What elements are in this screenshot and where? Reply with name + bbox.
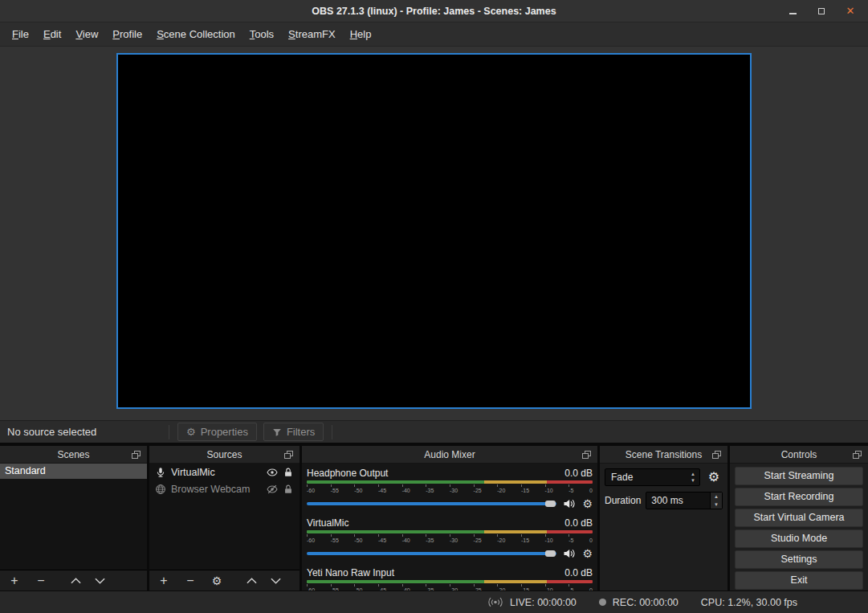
channel-volume-label: 0.0 dB (564, 517, 593, 529)
menu-edit[interactable]: Edit (36, 24, 68, 44)
eye-icon[interactable] (267, 467, 278, 478)
transitions-body: Fade ▲▼ ⚙ Duration 300 ms ▲ ▼ (600, 464, 727, 591)
scene-list: Standard (0, 464, 147, 570)
close-button[interactable]: ✕ (846, 6, 855, 16)
source-move-down-button[interactable] (271, 578, 281, 584)
menu-streamfx[interactable]: StreamFX (281, 24, 343, 44)
funnel-icon (272, 427, 282, 437)
lock-icon[interactable] (283, 484, 294, 495)
exit-button[interactable]: Exit (735, 571, 863, 590)
db-scale: -60-55-50-45-40-35-30-25-20-15-10-50 (307, 537, 593, 544)
transition-select[interactable]: Fade ▲▼ (605, 468, 700, 486)
start-streaming-button[interactable]: Start Streaming (735, 467, 863, 485)
scene-move-down-button[interactable] (95, 578, 105, 584)
properties-label: Properties (201, 426, 248, 438)
gear-icon: ⚙ (186, 427, 196, 437)
live-status: LIVE: 00:00:00 (510, 597, 577, 608)
controls-dock: Controls Start Streaming Start Recording… (730, 446, 868, 591)
transition-selected: Fade (611, 472, 633, 483)
channel-volume-label: 0.0 dB (564, 468, 593, 479)
scenes-header[interactable]: Scenes (0, 446, 147, 464)
start-virtual-camera-button[interactable]: Start Virtual Camera (735, 509, 863, 527)
menu-view[interactable]: View (68, 24, 105, 44)
popout-icon[interactable] (284, 451, 293, 459)
combo-arrows-icon: ▲▼ (691, 471, 695, 484)
filters-label: Filters (287, 426, 315, 438)
duration-up-button[interactable]: ▲ (711, 492, 722, 501)
source-list: VirtualMic Browser Webcam (149, 464, 300, 570)
duration-value: 300 ms (651, 495, 683, 506)
menubar: File Edit View Profile Scene Collection … (0, 22, 868, 47)
add-scene-button[interactable]: + (8, 574, 21, 587)
popout-icon[interactable] (582, 451, 591, 459)
popout-icon[interactable] (712, 451, 721, 459)
sources-header[interactable]: Sources (149, 446, 300, 464)
source-move-up-button[interactable] (247, 578, 257, 584)
source-properties-button[interactable]: ⚙ (210, 574, 223, 587)
add-source-button[interactable]: + (157, 574, 170, 587)
audio-mixer-title: Audio Mixer (424, 449, 475, 460)
mic-icon (155, 467, 166, 478)
menu-file[interactable]: File (5, 24, 36, 44)
scene-item-standard[interactable]: Standard (0, 464, 147, 479)
preview-area (0, 47, 868, 420)
filters-button[interactable]: Filters (263, 423, 324, 441)
sources-toolbar: + − ⚙ (149, 570, 300, 591)
audio-mixer-dock: Audio Mixer Headphone Output 0.0 dB -60-… (302, 446, 597, 591)
menu-profile[interactable]: Profile (105, 24, 149, 44)
menu-tools[interactable]: Tools (242, 24, 281, 44)
volume-slider[interactable] (307, 552, 556, 555)
channel-name: Headphone Output (307, 468, 388, 479)
lock-icon[interactable] (283, 467, 294, 478)
mixer-channel-headphone-output: Headphone Output 0.0 dB -60-55-50-45-40-… (307, 467, 593, 510)
studio-mode-button[interactable]: Studio Mode (735, 529, 863, 548)
controls-header[interactable]: Controls (730, 446, 868, 464)
slider-handle[interactable] (545, 550, 556, 557)
window-title: OBS 27.1.3 (linux) - Profile: James - Sc… (0, 6, 868, 17)
remove-source-button[interactable]: − (184, 574, 197, 587)
duration-input[interactable]: 300 ms ▲ ▼ (646, 492, 723, 509)
eye-slash-icon[interactable] (267, 484, 278, 495)
channel-settings-gear-icon[interactable]: ⚙ (582, 548, 593, 559)
scene-move-up-button[interactable] (71, 578, 81, 584)
sources-title: Sources (206, 449, 242, 460)
source-row-virtualmic[interactable]: VirtualMic (149, 464, 300, 480)
audio-mixer-header[interactable]: Audio Mixer (302, 446, 597, 464)
meter-ticks (307, 534, 593, 537)
program-canvas[interactable] (116, 53, 752, 409)
db-scale: -60-55-50-45-40-35-30-25-20-15-10-50 (307, 488, 593, 494)
transition-settings-button[interactable]: ⚙ (705, 468, 723, 486)
settings-button[interactable]: Settings (735, 550, 863, 569)
channel-name: Yeti Nano Raw Input (307, 567, 394, 578)
scenes-dock: Scenes Standard + − (0, 446, 147, 591)
channel-volume-label: 0.0 dB (564, 567, 593, 578)
scene-transitions-dock: Scene Transitions Fade ▲▼ ⚙ Duration 300… (600, 446, 727, 591)
speaker-icon[interactable] (563, 547, 576, 560)
remove-scene-button[interactable]: − (35, 574, 47, 587)
slider-handle[interactable] (545, 501, 556, 507)
speaker-icon[interactable] (563, 497, 576, 510)
menu-help[interactable]: Help (343, 24, 379, 44)
properties-button[interactable]: ⚙ Properties (177, 423, 257, 441)
rec-indicator-icon (599, 599, 606, 606)
maximize-button[interactable] (817, 6, 826, 16)
minimize-button[interactable] (788, 6, 797, 16)
meter-ticks (307, 484, 593, 487)
volume-meter (307, 480, 593, 484)
scene-transitions-title: Scene Transitions (626, 449, 702, 460)
source-label: Browser Webcam (171, 484, 262, 495)
source-row-browser-webcam[interactable]: Browser Webcam (149, 480, 300, 497)
start-recording-button[interactable]: Start Recording (735, 488, 863, 506)
live-broadcast-icon (487, 597, 503, 607)
volume-meter (307, 580, 593, 583)
scene-transitions-header[interactable]: Scene Transitions (600, 446, 727, 464)
volume-slider[interactable] (307, 502, 556, 505)
duration-down-button[interactable]: ▼ (711, 501, 722, 509)
channel-settings-gear-icon[interactable]: ⚙ (582, 498, 593, 509)
window-controls: ✕ (788, 6, 868, 16)
popout-icon[interactable] (853, 451, 862, 459)
menu-scene-collection[interactable]: Scene Collection (149, 24, 242, 44)
cpu-status: CPU: 1.2%, 30.00 fps (701, 597, 797, 608)
statusbar: LIVE: 00:00:00 REC: 00:00:00 CPU: 1.2%, … (0, 591, 868, 613)
popout-icon[interactable] (132, 451, 141, 459)
